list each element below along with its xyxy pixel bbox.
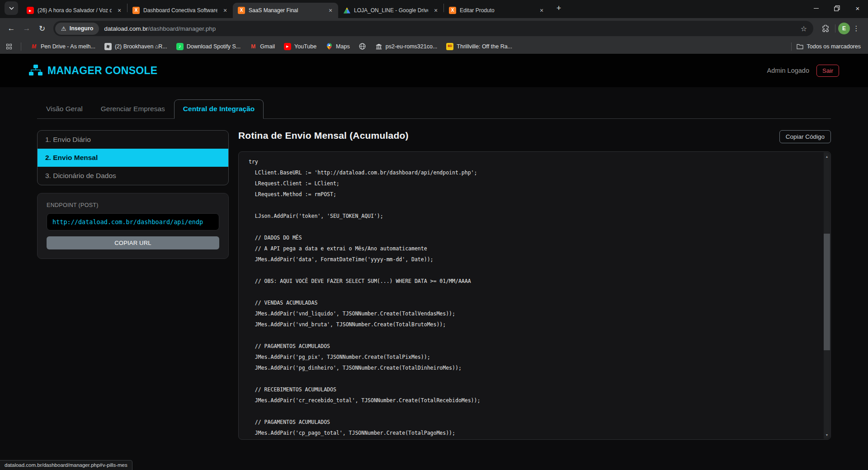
archive-building-icon (375, 43, 382, 50)
scroll-down-arrow-icon[interactable]: ▼ (824, 432, 830, 438)
user-status-label: Admin Logado (767, 67, 809, 74)
tab-visao-geral[interactable]: Visão Geral (37, 99, 92, 118)
brand: MANAGER CONSOLE (29, 65, 157, 77)
window-restore-button[interactable] (826, 0, 847, 17)
youtube-favicon-icon: ▶ (27, 7, 34, 14)
browser-menu-button[interactable]: ⋮ (850, 24, 863, 33)
profile-avatar[interactable]: E (838, 23, 850, 34)
tab-title: SaaS Manager Final (249, 7, 323, 14)
main-nav-tabs: Visão Geral Gerenciar Empresas Central d… (37, 99, 831, 119)
window-close-button[interactable]: × (847, 0, 868, 17)
tab-gerenciar-empresas[interactable]: Gerenciar Empresas (92, 99, 174, 118)
content-container: Visão Geral Gerenciar Empresas Central d… (37, 99, 831, 440)
main-panel: Rotina de Envio Mensal (Acumulado) Copia… (238, 130, 831, 440)
pill-envio-mensal[interactable]: 2. Envio Mensal (38, 149, 228, 167)
sitemap-icon (29, 65, 42, 76)
bookmark-youtube[interactable]: ▶ YouTube (284, 43, 316, 50)
spotify-favicon-icon: ♪ (176, 43, 184, 50)
maps-pin-icon (326, 43, 333, 50)
thrillville-favicon-icon: BD (446, 43, 453, 50)
tab-close-icon[interactable]: × (432, 6, 440, 14)
folder-icon (796, 43, 803, 50)
bookmark-label: Gmail (260, 43, 275, 50)
url-host: dataload.com.br (104, 25, 148, 32)
tab-list: ▶ (26) A hora do Salvador / Voz d × X Da… (22, 0, 549, 18)
xampp-favicon-icon: X (238, 7, 245, 14)
all-bookmarks-button[interactable]: Todos os marcadores (796, 43, 861, 50)
header-right: Admin Logado Sair (767, 65, 839, 77)
tab-close-icon[interactable]: × (326, 6, 335, 14)
bookmark-gmail[interactable]: M Gmail (250, 43, 275, 50)
bookmark-thrillville[interactable]: BD Thrillville: Off the Ra... (446, 43, 512, 50)
url-path: /dashboard/manager.php (148, 25, 216, 32)
browser-tab-youtube[interactable]: ▶ (26) A hora do Salvador / Voz d × (22, 3, 127, 18)
warning-icon: ⚠ (61, 25, 66, 32)
browser-tab-saas-manager-active[interactable]: X SaaS Manager Final × (233, 3, 338, 18)
tab-search-button[interactable] (5, 1, 18, 15)
logout-button[interactable]: Sair (816, 65, 839, 77)
bookmark-label: Pen Drive - As melh... (41, 43, 95, 50)
tab-close-icon[interactable]: × (115, 6, 123, 14)
code-scrollbar-thumb[interactable] (824, 234, 830, 350)
roblox-favicon-icon (104, 43, 112, 50)
browser-toolbar: ← → ↻ ⚠ Inseguro dataload.com.br/dashboa… (0, 18, 868, 39)
tab-title: Editar Produto (460, 7, 534, 14)
pen-drive-favicon-icon: M (30, 43, 38, 50)
forward-button[interactable]: → (19, 21, 34, 36)
bookmark-label: (2) Brookhaven ⌂R... (115, 43, 167, 50)
puzzle-icon (821, 25, 829, 33)
endpoint-url-input[interactable] (47, 213, 219, 230)
browser-tab-dashboard[interactable]: X Dashboard Conectiva Software × (127, 3, 233, 18)
bookmark-spotify[interactable]: ♪ Download Spotify S... (176, 43, 241, 50)
bookmarks-bar: M Pen Drive - As melh... (2) Brookhaven … (0, 39, 868, 54)
pill-envio-diario[interactable]: 1. Envio Diário (38, 131, 228, 149)
bookmark-label: Maps (336, 43, 350, 50)
tab-title: (26) A hora do Salvador / Voz d (38, 7, 112, 14)
pill-dicionario-dados[interactable]: 3. Dicionário de Dados (38, 167, 228, 185)
bookmarks-separator (21, 42, 21, 51)
apps-grid-icon[interactable] (6, 44, 12, 49)
endpoint-label: ENDPOINT (POST) (47, 202, 219, 208)
tab-central-integracao[interactable]: Central de Integração (174, 99, 264, 119)
page-content: MANAGER CONSOLE Admin Logado Sair Visão … (0, 54, 868, 449)
main-panel-header: Rotina de Envio Mensal (Acumulado) Copia… (238, 130, 831, 143)
bookmark-maps[interactable]: Maps (326, 43, 350, 50)
copy-url-button[interactable]: COPIAR URL (47, 236, 219, 249)
tab-title: LOJA_ON_LINE - Google Drive (354, 7, 428, 14)
integration-pill-list: 1. Envio Diário 2. Envio Mensal 3. Dicio… (37, 130, 229, 185)
browser-tab-editar-produto[interactable]: X Editar Produto × (444, 3, 549, 18)
toolbar-separator (835, 24, 835, 33)
tab-close-icon[interactable]: × (538, 6, 546, 14)
code-block: try LClient.BaseURL := 'http://dataload.… (239, 152, 830, 438)
bookmark-label: YouTube (294, 43, 316, 50)
window-minimize-button[interactable] (806, 0, 826, 17)
app-header: MANAGER CONSOLE Admin Logado Sair (0, 54, 868, 87)
bookmark-ps2-roms[interactable]: ps2-eu-roms321co... (375, 43, 438, 50)
sidebar: 1. Envio Diário 2. Envio Mensal 3. Dicio… (37, 130, 229, 259)
bookmark-pen-drive[interactable]: M Pen Drive - As melh... (30, 43, 95, 50)
xampp-favicon-icon: X (449, 7, 456, 14)
gmail-favicon-icon: M (250, 43, 257, 50)
tab-close-icon[interactable]: × (221, 6, 229, 14)
reload-button[interactable]: ↻ (34, 21, 50, 36)
bookmark-globe[interactable] (359, 43, 366, 50)
globe-icon (359, 43, 366, 50)
new-tab-button[interactable]: + (552, 1, 566, 15)
scroll-up-arrow-icon[interactable]: ▲ (824, 153, 830, 160)
browser-tab-drive[interactable]: LOJA_ON_LINE - Google Drive × (338, 3, 443, 18)
endpoint-card: ENDPOINT (POST) COPIAR URL (37, 193, 229, 259)
copy-code-button[interactable]: Copiar Código (779, 130, 831, 143)
bookmarks-right: Todos os marcadores (791, 42, 861, 51)
bookmark-label: Download Spotify S... (187, 43, 241, 50)
bookmark-label: ps2-eu-roms321co... (386, 43, 438, 50)
bookmarks-separator (791, 42, 792, 51)
extensions-button[interactable] (818, 21, 832, 36)
bookmark-brookhaven[interactable]: (2) Brookhaven ⌂R... (104, 43, 167, 50)
address-bar[interactable]: ⚠ Inseguro dataload.com.br/dashboard/man… (53, 21, 813, 36)
all-bookmarks-label: Todos os marcadores (807, 43, 861, 50)
youtube-favicon-icon: ▶ (284, 43, 291, 50)
code-panel: try LClient.BaseURL := 'http://dataload.… (238, 151, 831, 440)
back-button[interactable]: ← (4, 21, 19, 36)
security-chip[interactable]: ⚠ Inseguro (55, 23, 99, 35)
bookmark-star-icon[interactable]: ☆ (801, 24, 807, 33)
